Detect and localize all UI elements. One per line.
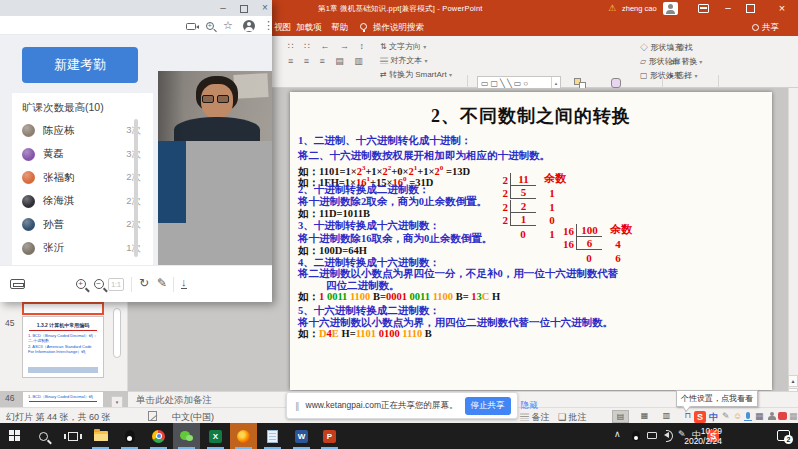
tell-me-icon bbox=[360, 23, 367, 30]
qq-button[interactable] bbox=[116, 423, 143, 449]
division-row: 251 bbox=[494, 186, 566, 200]
taskbar-search-button[interactable] bbox=[30, 423, 57, 449]
slide-sorter-view-button[interactable]: ▦ bbox=[636, 410, 653, 423]
division-table-hex: 16100余数166406 bbox=[560, 223, 632, 264]
browser-restore-button[interactable] bbox=[240, 5, 248, 13]
word-icon: W bbox=[295, 430, 308, 443]
chrome-icon bbox=[152, 430, 165, 443]
notepad-button[interactable] bbox=[259, 423, 286, 449]
new-attendance-button[interactable]: 新建考勤 bbox=[22, 47, 138, 83]
task-view-button[interactable] bbox=[59, 423, 86, 449]
chrome-button[interactable] bbox=[145, 423, 172, 449]
rotate-icon[interactable]: ↻ bbox=[139, 276, 149, 290]
normal-view-button[interactable]: ▤ bbox=[612, 410, 629, 423]
list-item[interactable]: 陈应栋3次 bbox=[12, 119, 153, 143]
person-body bbox=[174, 117, 260, 141]
absence-list: 陈应栋3次黄磊3次张福豹2次徐海淇2次孙普2次张沂1次孙美倩1次 bbox=[12, 119, 153, 284]
zoom-ratio-button[interactable]: 1:1 bbox=[108, 278, 124, 291]
share-button[interactable]: 共享 bbox=[752, 22, 779, 34]
bookmark-star-icon[interactable]: ☆ bbox=[223, 19, 233, 32]
slide-text-line: 将十进制数除2取余，商为0止余数倒置。 bbox=[298, 196, 487, 208]
firefox-button[interactable] bbox=[230, 423, 257, 449]
text-direction-button[interactable]: ⇅ 文字方向 ▾ bbox=[380, 41, 426, 52]
excel-button[interactable]: X bbox=[202, 423, 229, 449]
taskbar-clock[interactable]: 10:29 2020/2/24 bbox=[666, 426, 722, 446]
camera-permission-icon[interactable] bbox=[186, 23, 196, 30]
tell-me-search[interactable]: 操作说明搜索 bbox=[373, 22, 424, 34]
tab-addins[interactable]: 加载项 bbox=[296, 22, 322, 34]
slide-text-line: 如：1 0011 1100 B=0001 0011 1100 B= 13C H bbox=[298, 291, 500, 303]
soft-keyboard-icon[interactable]: ▦ bbox=[755, 411, 764, 421]
select-button[interactable]: ▸ 选择 ▾ bbox=[670, 70, 698, 81]
thumbnail-slide-45[interactable]: 1.3.2 计算机中常用编码 1. BCD（Binary Coded Decim… bbox=[22, 316, 104, 378]
tab-help[interactable]: 帮助 bbox=[331, 22, 348, 34]
sogou-input-icon[interactable]: S bbox=[694, 411, 706, 423]
wechat-button[interactable] bbox=[173, 423, 200, 449]
stop-sharing-button[interactable]: 停止共享 bbox=[465, 397, 511, 415]
tray-projector-icon[interactable] bbox=[647, 432, 657, 439]
browser-close-button[interactable]: × bbox=[256, 0, 274, 16]
account-avatar[interactable] bbox=[663, 2, 678, 15]
zoom-out-icon[interactable]: − bbox=[94, 279, 104, 289]
hide-share-bar-link[interactable]: 隐藏 bbox=[521, 400, 538, 412]
browser-menu-icon[interactable]: ⋮ bbox=[263, 19, 274, 32]
list-item[interactable]: 张福豹2次 bbox=[12, 166, 153, 190]
paragraph-align-icons[interactable]: ≡ ≡ ≡ ▤ ▥ bbox=[288, 56, 367, 66]
tray-expand-icon[interactable]: ∧ bbox=[614, 429, 621, 439]
slide-44[interactable]: 2、不同数制之间的转换 1、二进制、十六进制转化成十进制：将二、十六进制数按权展… bbox=[290, 92, 772, 390]
action-center-icon[interactable]: 2 bbox=[777, 430, 790, 441]
start-button[interactable] bbox=[1, 423, 28, 449]
ppt-minimize-button[interactable]: – bbox=[718, 1, 738, 17]
list-item[interactable]: 张沂1次 bbox=[12, 237, 153, 261]
thumbnail-slide-44-selected[interactable] bbox=[22, 302, 104, 315]
browser-profile-avatar[interactable] bbox=[243, 20, 255, 32]
reading-view-button[interactable]: ▥ bbox=[658, 410, 675, 423]
toolbar-separator bbox=[131, 277, 132, 292]
slide-scrollbar[interactable] bbox=[788, 88, 798, 391]
skin-icon[interactable] bbox=[778, 412, 787, 420]
ppt-close-button[interactable]: × bbox=[772, 1, 792, 17]
download-icon[interactable]: ↓ bbox=[181, 276, 187, 289]
sogou-account-icon[interactable] bbox=[768, 412, 776, 420]
tray-qq-icon[interactable] bbox=[632, 431, 640, 441]
presentation-mode-icon[interactable] bbox=[10, 279, 25, 289]
voice-input-icon[interactable] bbox=[746, 412, 750, 419]
divider bbox=[29, 401, 97, 402]
task-view-icon bbox=[68, 432, 78, 441]
division-row: 06 bbox=[560, 250, 632, 264]
account-name[interactable]: zheng cao bbox=[622, 4, 657, 13]
student-name: 张沂 bbox=[43, 241, 126, 255]
replace-button[interactable]: ab 替换 ▾ bbox=[670, 56, 702, 67]
list-scrollbar[interactable] bbox=[134, 119, 138, 257]
paragraph-list-icons[interactable]: ∷ ∷ ← → ↕ bbox=[288, 41, 368, 51]
convert-smartart-button[interactable]: ⇄ 转换为 SmartArt ▾ bbox=[380, 69, 452, 80]
sogou-menu-icon[interactable]: ▦ bbox=[789, 411, 798, 421]
handwriting-icon[interactable]: ✎ bbox=[722, 411, 730, 421]
browser-minimize-button[interactable]: – bbox=[214, 0, 232, 16]
annotate-pencil-icon[interactable]: ✎ bbox=[157, 276, 167, 290]
proofing-icon[interactable] bbox=[148, 411, 157, 421]
glasses-left-lens bbox=[202, 95, 214, 103]
thumbnail-slide-46[interactable]: 1. BCD（Binary Coded Decimal）码 bbox=[22, 391, 104, 408]
list-item[interactable]: 黄磊3次 bbox=[12, 143, 153, 167]
student-name: 张福豹 bbox=[43, 171, 126, 185]
zoom-in-icon[interactable]: + bbox=[76, 279, 86, 289]
thumbnails-scrollbar[interactable] bbox=[113, 308, 121, 358]
find-button[interactable]: ⌕ 查找 bbox=[670, 42, 693, 53]
student-name: 陈应栋 bbox=[43, 124, 126, 138]
align-text-button[interactable]: ▤ 对齐文本 ▾ bbox=[380, 55, 427, 66]
emoji-icon[interactable]: ☺ bbox=[733, 411, 742, 421]
tab-view[interactable]: 视图 bbox=[274, 22, 291, 34]
glasses-right-lens bbox=[217, 95, 229, 103]
ribbon-display-options-icon[interactable] bbox=[698, 4, 709, 13]
file-explorer-button[interactable] bbox=[87, 423, 114, 449]
ppt-restore-button[interactable] bbox=[746, 4, 755, 13]
webcam-video[interactable] bbox=[158, 71, 272, 141]
powerpoint-button[interactable]: P bbox=[316, 423, 343, 449]
list-item[interactable]: 徐海淇2次 bbox=[12, 190, 153, 214]
zoom-page-icon[interactable]: + bbox=[206, 22, 214, 30]
scroll-up-button[interactable]: ▲ bbox=[788, 375, 798, 387]
browser-tabstrip: – × bbox=[0, 0, 272, 16]
list-item[interactable]: 孙普2次 bbox=[12, 213, 153, 237]
word-button[interactable]: W bbox=[288, 423, 315, 449]
